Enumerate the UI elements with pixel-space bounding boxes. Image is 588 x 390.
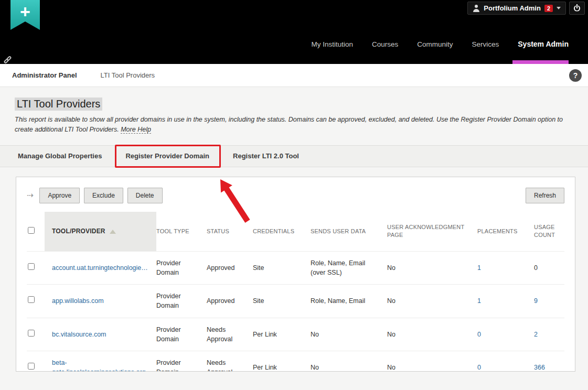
page-root: + Portfolium Admin 2 My Institution Cour…: [0, 0, 588, 390]
lti-providers-table: TOOL/PROVIDER TOOL TYPE STATUS CREDENTIA…: [27, 212, 564, 372]
table-row: beta-gate.lincolnlearningsolutions.org P…: [27, 351, 564, 371]
column-header-tool-provider-label: TOOL/PROVIDER: [52, 228, 105, 235]
row-checkbox[interactable]: [28, 296, 35, 303]
cell-status: Approved: [207, 285, 253, 318]
chevron-down-icon: [557, 7, 561, 9]
list-toolbar: ⇢ Approve Exclude Delete Refresh: [27, 188, 564, 203]
cell-sends-user-data: No: [311, 351, 387, 371]
placements-link[interactable]: 0: [477, 331, 481, 338]
provider-link[interactable]: account.uat.turningtechnologie…: [52, 264, 148, 272]
column-header-usage-count[interactable]: USAGE COUNT: [534, 212, 564, 252]
person-icon: [473, 5, 480, 12]
cell-credentials: Site: [253, 285, 311, 318]
row-checkbox[interactable]: [28, 263, 35, 270]
page-description: This report is available to show all pro…: [15, 115, 573, 135]
nav-courses[interactable]: Courses: [372, 40, 398, 48]
tab-register-provider-domain-label: Register Provider Domain: [125, 152, 209, 160]
usage-count-link[interactable]: 2: [534, 331, 538, 338]
help-icon[interactable]: ?: [569, 69, 582, 82]
column-header-status[interactable]: STATUS: [207, 212, 253, 252]
nav-community[interactable]: Community: [417, 40, 453, 48]
page-head: LTI Tool Providers This report is availa…: [0, 87, 588, 135]
placements-link[interactable]: 1: [477, 264, 481, 272]
tab-manage-global-properties[interactable]: Manage Global Properties: [18, 152, 102, 160]
logout-button[interactable]: [569, 2, 585, 15]
column-header-sends-user-data[interactable]: SENDS USER DATA: [311, 212, 387, 252]
table-header-row: TOOL/PROVIDER TOOL TYPE STATUS CREDENTIA…: [27, 212, 564, 252]
sort-ascending-icon: [110, 230, 116, 234]
cell-status: Needs Approval: [207, 351, 253, 371]
active-tab-underline: [512, 60, 569, 64]
nav-system-admin[interactable]: System Admin: [518, 40, 569, 48]
user-menu-button[interactable]: Portfolium Admin 2: [467, 2, 566, 15]
placements-link[interactable]: 1: [477, 297, 481, 305]
list-pointer-arrow-icon: ⇢: [27, 191, 34, 200]
exclude-button[interactable]: Exclude: [84, 188, 123, 203]
cell-credentials: Per Link: [253, 351, 311, 371]
cell-tool-type: Provider Domain: [156, 252, 207, 285]
table-row: account.uat.turningtechnologie… Provider…: [27, 252, 564, 285]
cell-user-acknowledgment: No: [387, 252, 477, 285]
column-header-placements[interactable]: PLACEMENTS: [477, 212, 534, 252]
cell-sends-user-data: Role, Name, Email: [311, 285, 387, 318]
cell-user-acknowledgment: No: [387, 285, 477, 318]
notification-badge: 2: [544, 5, 553, 12]
breadcrumb-admin-panel[interactable]: Administrator Panel: [12, 71, 77, 79]
column-header-tool-type[interactable]: TOOL TYPE: [156, 212, 207, 252]
tab-register-lti-2-tool[interactable]: Register LTI 2.0 Tool: [233, 152, 299, 160]
refresh-button[interactable]: Refresh: [526, 188, 564, 203]
cell-tool-type: Provider Domain: [156, 285, 207, 318]
bookmark-plus-icon[interactable]: +: [10, 0, 40, 30]
page-title: LTI Tool Providers: [15, 98, 102, 111]
cell-status: Needs Approval: [207, 318, 253, 351]
table-row: app.willolabs.com Provider Domain Approv…: [27, 285, 564, 318]
cell-tool-type: Provider Domain: [156, 351, 207, 371]
top-navigation: My Institution Courses Community Service…: [311, 40, 569, 48]
column-header-tool-provider[interactable]: TOOL/PROVIDER: [45, 212, 156, 252]
nav-services[interactable]: Services: [472, 40, 499, 48]
global-header: + Portfolium Admin 2 My Institution Cour…: [0, 0, 588, 64]
tab-register-provider-domain[interactable]: Register Provider Domain: [125, 152, 209, 160]
usage-count-link[interactable]: 9: [534, 297, 538, 305]
placements-link[interactable]: 0: [477, 364, 481, 371]
cell-sends-user-data: Role, Name, Email (over SSL): [311, 252, 387, 285]
plus-glyph: +: [20, 0, 30, 30]
nav-my-institution[interactable]: My Institution: [311, 40, 353, 48]
cell-user-acknowledgment: No: [387, 351, 477, 371]
more-help-link[interactable]: More Help: [121, 126, 151, 134]
action-tabs-bar: Manage Global Properties Register Provid…: [0, 145, 588, 167]
link-chain-icon[interactable]: [3, 56, 12, 64]
row-checkbox[interactable]: [28, 330, 35, 337]
delete-button[interactable]: Delete: [127, 188, 163, 203]
column-header-credentials[interactable]: CREDENTIALS: [253, 212, 311, 252]
table-row: bc.vitalsource.com Provider Domain Needs…: [27, 318, 564, 351]
provider-link[interactable]: app.willolabs.com: [52, 297, 104, 305]
cell-credentials: Site: [253, 252, 311, 285]
usage-count-link[interactable]: 366: [534, 364, 545, 371]
page-description-text: This report is available to show all pro…: [15, 116, 563, 133]
provider-link[interactable]: bc.vitalsource.com: [52, 331, 106, 338]
cell-user-acknowledgment: No: [387, 318, 477, 351]
user-menu-label: Portfolium Admin: [484, 4, 541, 12]
providers-panel: ⇢ Approve Exclude Delete Refresh TOOL/PR…: [16, 177, 575, 372]
cell-tool-type: Provider Domain: [156, 318, 207, 351]
approve-button[interactable]: Approve: [39, 188, 80, 203]
cell-credentials: Per Link: [253, 318, 311, 351]
breadcrumb-lti-tool-providers: LTI Tool Providers: [101, 71, 155, 79]
column-header-user-acknowledgment-page[interactable]: USER ACKNOWLEDGMENT PAGE: [387, 212, 477, 252]
power-icon: [572, 4, 582, 13]
cell-sends-user-data: No: [311, 318, 387, 351]
breadcrumb: Administrator Panel LTI Tool Providers ?: [0, 64, 588, 87]
select-all-checkbox[interactable]: [28, 227, 35, 234]
cell-status: Approved: [207, 252, 253, 285]
provider-link[interactable]: beta-gate.lincolnlearningsolutions.org: [52, 359, 146, 372]
cell-usage-count: 0: [534, 252, 564, 285]
row-checkbox[interactable]: [28, 363, 35, 370]
